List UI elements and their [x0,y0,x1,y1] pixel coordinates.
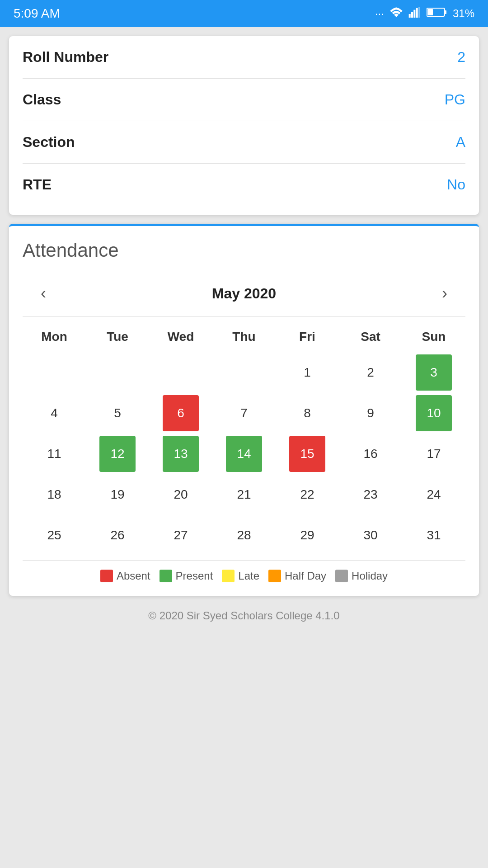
svg-rect-4 [418,7,420,18]
cal-cell-21: 21 [212,474,276,515]
cal-cell-26: 26 [86,515,149,556]
legend-holiday-label: Holiday [352,570,388,582]
calendar-row-3: 11 12 13 14 15 16 17 [23,434,465,474]
legend-halfday-label: Half Day [285,570,326,582]
cal-cell-15: 15 [276,434,339,474]
rte-value: No [447,176,465,193]
cal-cell-empty-2 [86,352,149,393]
footer-text: © 2020 Sir Syed Scholars College 4.1.0 [148,609,339,622]
info-rte: RTE No [23,164,465,206]
legend-late-label: Late [238,570,259,582]
battery-percentage: 31% [453,7,474,20]
cal-cell-20: 20 [149,474,212,515]
battery-icon [427,7,447,20]
rte-label: RTE [23,176,52,193]
cal-cell-30: 30 [339,515,402,556]
cal-cell-27: 27 [149,515,212,556]
weekday-mon: Mon [23,321,86,352]
cal-cell-7: 7 [212,393,276,434]
legend-present-color [160,570,172,582]
legend-halfday: Half Day [268,570,326,582]
legend-absent-label: Absent [117,570,150,582]
cal-cell-31: 31 [402,515,465,556]
cal-cell-18: 18 [23,474,86,515]
class-value: PG [445,91,465,108]
cal-cell-10: 10 [402,393,465,434]
cal-cell-23: 23 [339,474,402,515]
info-card: Roll Number 2 Class PG Section A RTE No [9,36,479,215]
cal-cell-19: 19 [86,474,149,515]
info-section: Section A [23,121,465,164]
status-icons: ··· 31% [375,7,474,20]
cal-cell-22: 22 [276,474,339,515]
legend-late: Late [222,570,259,582]
calendar-row-1: 1 2 3 [23,352,465,393]
attendance-card: Attendance ‹ May 2020 › Mon Tue Wed Thu … [9,224,479,596]
info-class: Class PG [23,79,465,121]
weekday-sat: Sat [339,321,402,352]
calendar-grid: Mon Tue Wed Thu Fri Sat Sun 1 2 [23,321,465,556]
weekday-thu: Thu [212,321,276,352]
prev-month-button[interactable]: ‹ [32,279,55,307]
weekday-tue: Tue [86,321,149,352]
cal-cell-2: 2 [339,352,402,393]
cal-cell-11: 11 [23,434,86,474]
legend-late-color [222,570,235,582]
calendar-container: ‹ May 2020 › Mon Tue Wed Thu Fri Sat Sun [9,266,479,596]
calendar-nav: ‹ May 2020 › [23,275,465,317]
legend-absent: Absent [100,570,150,582]
legend-absent-color [100,570,113,582]
legend-holiday: Holiday [335,570,388,582]
cal-cell-6: 6 [149,393,212,434]
calendar-weekday-header: Mon Tue Wed Thu Fri Sat Sun [23,321,465,352]
cal-cell-12: 12 [86,434,149,474]
cal-cell-24: 24 [402,474,465,515]
cal-cell-5: 5 [86,393,149,434]
footer: © 2020 Sir Syed Scholars College 4.1.0 [0,596,488,640]
weekday-sun: Sun [402,321,465,352]
weekday-fri: Fri [276,321,339,352]
info-roll-number: Roll Number 2 [23,36,465,79]
cal-cell-empty-1 [23,352,86,393]
section-label: Section [23,134,75,151]
weekday-wed: Wed [149,321,212,352]
roll-number-value: 2 [457,49,465,66]
calendar-month-title: May 2020 [212,285,276,302]
svg-rect-3 [416,8,418,18]
calendar-row-2: 4 5 6 7 8 9 10 [23,393,465,434]
cal-cell-25: 25 [23,515,86,556]
svg-rect-7 [427,9,433,15]
status-bar: 5:09 AM ··· 31% [0,0,488,27]
legend-present: Present [160,570,213,582]
calendar-row-5: 25 26 27 28 29 30 31 [23,515,465,556]
calendar-row-4: 18 19 20 21 22 23 24 [23,474,465,515]
cal-cell-8: 8 [276,393,339,434]
attendance-title: Attendance [9,226,479,266]
cal-cell-empty-3 [149,352,212,393]
legend-holiday-color [335,570,348,582]
legend-halfday-color [268,570,281,582]
cal-cell-17: 17 [402,434,465,474]
legend-present-label: Present [176,570,213,582]
class-label: Class [23,91,61,108]
cal-cell-4: 4 [23,393,86,434]
attendance-legend: Absent Present Late Half Day Holiday [23,560,465,587]
cal-cell-28: 28 [212,515,276,556]
cal-cell-empty-4 [212,352,276,393]
cal-cell-13: 13 [149,434,212,474]
svg-rect-2 [413,10,415,18]
signal-icon [408,7,421,20]
cal-cell-1: 1 [276,352,339,393]
status-time: 5:09 AM [14,6,60,21]
cal-cell-9: 9 [339,393,402,434]
cal-cell-3: 3 [402,352,465,393]
cal-cell-29: 29 [276,515,339,556]
more-dots-icon: ··· [375,7,384,20]
next-month-button[interactable]: › [433,279,456,307]
cal-cell-16: 16 [339,434,402,474]
roll-number-label: Roll Number [23,49,108,66]
section-value: A [456,134,465,151]
svg-rect-6 [445,10,446,14]
svg-rect-0 [409,14,411,18]
wifi-icon [389,7,403,20]
